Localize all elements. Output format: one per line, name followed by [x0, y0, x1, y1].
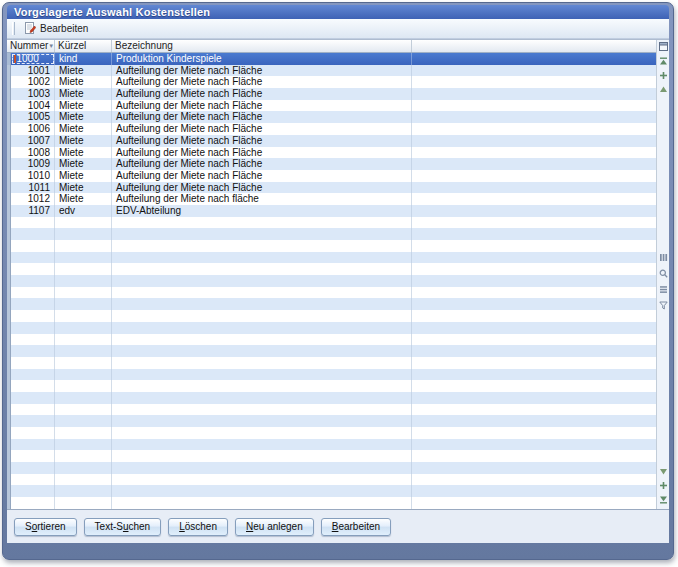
table-row[interactable] — [7, 369, 656, 381]
table-row[interactable]: 1006MieteAufteilung der Miete nach Fläch… — [7, 123, 656, 135]
table-row[interactable] — [7, 404, 656, 416]
cell-fill — [412, 88, 656, 100]
table-row[interactable] — [7, 334, 656, 346]
cell-fill — [412, 111, 656, 123]
table-row[interactable] — [7, 427, 656, 439]
table-row[interactable] — [7, 439, 656, 451]
cell-fill — [412, 170, 656, 182]
cell-fill — [412, 357, 656, 369]
table-row[interactable] — [7, 287, 656, 299]
cell-fill — [412, 450, 656, 462]
table-row[interactable]: 1011MieteAufteilung der Miete nach Fläch… — [7, 182, 656, 194]
cell-bez: EDV-Abteilung — [112, 205, 412, 217]
cell-num: 1002 — [11, 76, 55, 88]
table-row[interactable] — [7, 217, 656, 229]
table-row[interactable] — [7, 252, 656, 264]
text-suchen-button[interactable]: Text-Suchen — [84, 518, 162, 536]
columns-icon[interactable] — [658, 252, 668, 262]
sortieren-button[interactable]: Sortieren — [14, 518, 77, 536]
table-row[interactable] — [7, 415, 656, 427]
cell-kz — [55, 310, 112, 322]
insert-up-icon[interactable] — [658, 70, 668, 80]
cell-num — [11, 380, 55, 392]
cell-num: 1004 — [11, 100, 55, 112]
table-row[interactable]: 1000kindProduktion Kinderspiele — [7, 53, 656, 65]
table-row[interactable]: 1001MieteAufteilung der Miete nach Fläch… — [7, 65, 656, 77]
column-header-nummer[interactable]: Nummer ▼ — [7, 40, 55, 52]
cell-kz: kind — [55, 53, 112, 65]
table-row[interactable] — [7, 263, 656, 275]
search-icon[interactable] — [658, 268, 668, 278]
next-row-icon[interactable] — [658, 467, 668, 477]
table-row[interactable] — [7, 275, 656, 287]
table-row[interactable] — [7, 240, 656, 252]
cell-fill — [412, 287, 656, 299]
table-row[interactable] — [7, 497, 656, 509]
cell-bez — [112, 310, 412, 322]
cell-num: 1008 — [11, 147, 55, 159]
cell-num — [11, 439, 55, 451]
window-title-bar[interactable]: Vorgelagerte Auswahl Kostenstellen — [7, 5, 669, 19]
cell-fill — [412, 369, 656, 381]
cell-num — [11, 415, 55, 427]
table-row[interactable] — [7, 310, 656, 322]
cell-num: 1000 — [11, 53, 55, 65]
cell-bez — [112, 415, 412, 427]
table-row[interactable] — [7, 485, 656, 497]
column-header-kuerzel[interactable]: Kürzel — [55, 40, 112, 52]
toolbar-grip[interactable] — [12, 22, 15, 35]
table-row[interactable]: 1009MieteAufteilung der Miete nach Fläch… — [7, 158, 656, 170]
cell-fill — [412, 322, 656, 334]
toolbar-edit-button[interactable]: Bearbeiten — [20, 20, 96, 38]
table-row[interactable] — [7, 357, 656, 369]
column-chooser-icon[interactable] — [658, 41, 668, 51]
cell-bez — [112, 217, 412, 229]
table-row[interactable] — [7, 345, 656, 357]
cell-bez: Aufteilung der Miete nach Fläche — [112, 158, 412, 170]
cell-kz — [55, 334, 112, 346]
cell-fill — [412, 217, 656, 229]
cell-kz — [55, 263, 112, 275]
table-row[interactable] — [7, 474, 656, 486]
loeschen-button[interactable]: Löschen — [168, 518, 228, 536]
table-row[interactable] — [7, 228, 656, 240]
cell-fill — [412, 158, 656, 170]
table-row[interactable]: 1004MieteAufteilung der Miete nach Fläch… — [7, 100, 656, 112]
bearbeiten-button[interactable]: Bearbeiten — [321, 518, 391, 536]
table-row[interactable] — [7, 322, 656, 334]
table-row[interactable]: 1012MieteAufteilung der Miete nach fläch… — [7, 193, 656, 205]
cell-bez: Aufteilung der Miete nach Fläche — [112, 182, 412, 194]
table-row[interactable] — [7, 298, 656, 310]
cell-fill — [412, 182, 656, 194]
table-row[interactable]: 1008MieteAufteilung der Miete nach Fläch… — [7, 147, 656, 159]
cell-num — [11, 217, 55, 229]
table-row[interactable]: 1005MieteAufteilung der Miete nach Fläch… — [7, 111, 656, 123]
table-row[interactable]: 1010MieteAufteilung der Miete nach Fläch… — [7, 170, 656, 182]
table-row[interactable] — [7, 380, 656, 392]
neu-anlegen-button[interactable]: Neu anlegen — [235, 518, 314, 536]
table-row[interactable] — [7, 462, 656, 474]
table-row[interactable]: 1007MieteAufteilung der Miete nach Fläch… — [7, 135, 656, 147]
cell-num — [11, 497, 55, 509]
table-row[interactable]: 1107edvEDV-Abteilung — [7, 205, 656, 217]
cell-kz — [55, 404, 112, 416]
previous-row-icon[interactable] — [658, 84, 668, 94]
cell-kz — [55, 450, 112, 462]
go-to-first-icon[interactable] — [658, 56, 668, 66]
cell-kz — [55, 462, 112, 474]
insert-down-icon[interactable] — [658, 481, 668, 491]
table-row[interactable] — [7, 450, 656, 462]
rows-icon[interactable] — [658, 284, 668, 294]
column-header-bezeichnung[interactable]: Bezeichnung — [112, 40, 412, 52]
cell-bez — [112, 322, 412, 334]
cell-fill — [412, 485, 656, 497]
cell-bez: Produktion Kinderspiele — [112, 53, 412, 65]
table-row[interactable] — [7, 392, 656, 404]
cell-kz — [55, 485, 112, 497]
table-row[interactable]: 1003MieteAufteilung der Miete nach Fläch… — [7, 88, 656, 100]
go-to-last-icon[interactable] — [658, 495, 668, 505]
cell-kz — [55, 497, 112, 509]
table-row[interactable]: 1002MieteAufteilung der Miete nach Fläch… — [7, 76, 656, 88]
cell-fill — [412, 380, 656, 392]
filter-icon[interactable] — [658, 300, 668, 310]
